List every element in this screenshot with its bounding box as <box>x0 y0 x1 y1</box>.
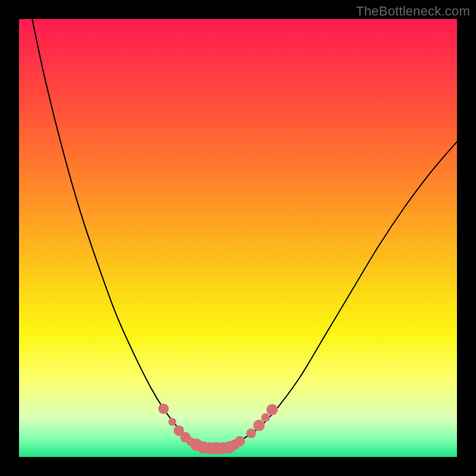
curve-marker <box>261 413 270 422</box>
curve-marker <box>168 418 176 425</box>
curve-marker <box>234 436 245 447</box>
attribution-label: TheBottleneck.com <box>356 4 470 19</box>
chart-stage: TheBottleneck.com <box>0 0 476 476</box>
curve-markers <box>158 403 278 454</box>
curve-marker <box>267 404 278 415</box>
plot-area <box>19 19 457 457</box>
curve-marker <box>253 419 265 431</box>
bottleneck-curve <box>32 19 457 449</box>
curve-marker <box>246 428 256 438</box>
chart-svg <box>19 19 457 457</box>
curve-marker <box>158 403 169 414</box>
